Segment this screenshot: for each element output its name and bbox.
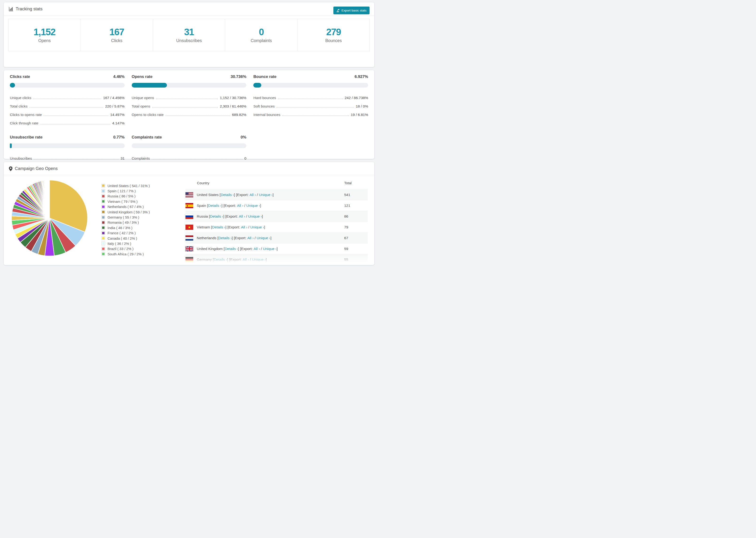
country-name: United States bbox=[197, 193, 219, 197]
export-unique-link[interactable]: Unique › bbox=[248, 214, 262, 219]
export-unique-link[interactable]: Unique › bbox=[263, 247, 277, 251]
stat-value: 1,152 bbox=[33, 27, 55, 37]
rate-detail-value: 167 / 4.456% bbox=[103, 96, 125, 100]
legend-item[interactable]: Italy ( 36 / 2% ) bbox=[101, 241, 179, 246]
country-column-header: Country bbox=[186, 181, 344, 185]
legend-item[interactable]: United States ( 541 / 31% ) bbox=[101, 183, 179, 188]
legend-label: France ( 42 / 2% ) bbox=[108, 231, 136, 235]
tracking-stats-header: Tracking stats bbox=[4, 2, 374, 15]
rate-detail-value: 1,152 / 30.736% bbox=[220, 96, 246, 100]
header-divider bbox=[4, 15, 374, 16]
rate-value: 6.927% bbox=[354, 75, 368, 79]
export-all-link[interactable]: All › bbox=[247, 236, 253, 240]
table-row: United States [Details ›] [Export: All ›… bbox=[186, 189, 368, 200]
rate-detail-value: 0 bbox=[244, 156, 246, 161]
export-all-link[interactable]: All › bbox=[241, 225, 247, 229]
stat-value: 279 bbox=[326, 27, 341, 37]
rate-detail-row: Unique opens 1,152 / 30.736% bbox=[132, 94, 246, 102]
details-link[interactable]: Details › bbox=[218, 236, 232, 240]
rate-detail-value: 31 bbox=[121, 156, 125, 161]
details-link[interactable]: Details › bbox=[212, 225, 225, 229]
details-link[interactable]: Details › bbox=[221, 193, 234, 197]
rate-detail-row: Opens to clicks rate 689.82% bbox=[132, 111, 246, 119]
legend-swatch bbox=[101, 247, 105, 251]
export-unique-link[interactable]: Unique › bbox=[252, 257, 266, 262]
rate-block: Clicks rate 4.46% Unique clicks 167 / 4.… bbox=[10, 75, 125, 128]
legend-item[interactable]: France ( 42 / 2% ) bbox=[101, 231, 179, 236]
legend-item[interactable]: United Kingdom ( 59 / 3% ) bbox=[101, 209, 179, 215]
legend-label: Russia ( 86 / 5% ) bbox=[108, 194, 135, 198]
rate-detail-value: 689.82% bbox=[232, 113, 246, 117]
export-all-link[interactable]: All › bbox=[243, 257, 249, 262]
export-all-link[interactable]: All › bbox=[253, 247, 260, 251]
rate-value: 30.736% bbox=[231, 75, 246, 79]
stat-value: 167 bbox=[109, 27, 124, 37]
legend-item[interactable]: Canada ( 40 / 2% ) bbox=[101, 236, 179, 241]
stat-value: 0 bbox=[259, 27, 264, 37]
country-name: Russia bbox=[197, 214, 208, 219]
rate-detail-label: Opens to clicks rate bbox=[132, 113, 164, 117]
rate-detail-value: 4.147% bbox=[112, 121, 125, 125]
legend-swatch bbox=[101, 252, 105, 256]
rate-title: Clicks rate bbox=[10, 75, 30, 79]
country-total: 79 bbox=[344, 225, 368, 229]
legend-item[interactable]: Spain ( 121 / 7% ) bbox=[101, 188, 179, 193]
rate-title: Complaints rate bbox=[132, 135, 162, 140]
export-unique-link[interactable]: Unique › bbox=[246, 203, 260, 208]
details-link[interactable]: Details › bbox=[210, 214, 223, 219]
dotted-leader bbox=[44, 116, 108, 116]
rate-detail-label: Click through rate bbox=[10, 121, 38, 125]
legend-item[interactable]: Russia ( 86 / 5% ) bbox=[101, 194, 179, 199]
rate-detail-value: 242 / 86.738% bbox=[345, 96, 368, 100]
export-unique-link[interactable]: Unique › bbox=[259, 193, 273, 197]
dotted-leader bbox=[277, 107, 354, 108]
country-total: 121 bbox=[344, 203, 368, 208]
country-total: 67 bbox=[344, 236, 368, 240]
legend-item[interactable]: South Africa ( 29 / 2% ) bbox=[101, 251, 179, 256]
export-all-link[interactable]: All › bbox=[239, 214, 245, 219]
country-name: Germany bbox=[197, 257, 212, 262]
legend-item[interactable]: Vietnam ( 79 / 5% ) bbox=[101, 199, 179, 204]
export-all-link[interactable]: All › bbox=[249, 193, 256, 197]
geo-table-header-row: Country Total bbox=[186, 177, 368, 189]
legend-label: Romania ( 49 / 3% ) bbox=[108, 220, 139, 224]
export-all-link[interactable]: All › bbox=[237, 203, 243, 208]
rates-panel: Clicks rate 4.46% Unique clicks 167 / 4.… bbox=[4, 70, 374, 159]
rate-detail-row: Total clicks 220 / 5.87% bbox=[10, 102, 125, 111]
rate-detail-row: Complaints 0 bbox=[132, 154, 246, 163]
rate-block: Bounce rate 6.927% Hard bounces 242 / 86… bbox=[253, 75, 368, 128]
legend-item[interactable]: Romania ( 49 / 3% ) bbox=[101, 220, 179, 225]
legend-item[interactable]: Netherlands ( 67 / 4% ) bbox=[101, 204, 179, 209]
stat-value: 31 bbox=[184, 27, 194, 37]
geo-pie-chart[interactable] bbox=[11, 179, 88, 258]
stat-label: Clicks bbox=[111, 38, 122, 43]
geo-content: United States ( 541 / 31% ) Spain ( 121 … bbox=[4, 175, 374, 265]
country-total: 541 bbox=[344, 193, 368, 197]
geo-legend: United States ( 541 / 31% ) Spain ( 121 … bbox=[101, 183, 179, 256]
geo-title: Campaign Geo Opens bbox=[15, 166, 58, 171]
legend-swatch bbox=[101, 205, 105, 209]
dotted-leader bbox=[34, 159, 119, 160]
rate-detail-label: Soft bounces bbox=[253, 104, 274, 108]
rate-progress-fill bbox=[10, 83, 15, 87]
export-icon bbox=[337, 9, 340, 12]
export-basic-stats-button[interactable]: Export basic stats bbox=[333, 7, 369, 14]
country-name: Netherlands bbox=[197, 236, 216, 240]
export-unique-link[interactable]: Unique › bbox=[257, 236, 270, 240]
details-link[interactable]: Details › bbox=[208, 203, 221, 208]
details-link[interactable]: Details › bbox=[214, 257, 227, 262]
country-flag-icon bbox=[186, 257, 193, 262]
export-unique-link[interactable]: Unique › bbox=[250, 225, 264, 229]
country-total: 59 bbox=[344, 247, 368, 251]
geo-table-body: United States [Details ›] [Export: All ›… bbox=[186, 189, 368, 265]
legend-label: Netherlands ( 67 / 4% ) bbox=[108, 205, 144, 209]
rate-title: Bounce rate bbox=[253, 75, 276, 79]
details-link[interactable]: Details › bbox=[225, 247, 238, 251]
rate-detail-label: Unique clicks bbox=[10, 96, 31, 100]
legend-item[interactable]: India ( 46 / 3% ) bbox=[101, 225, 179, 230]
rate-detail-row: Clicks to opens rate 14.497% bbox=[10, 111, 125, 119]
legend-item[interactable]: Germany ( 55 / 3% ) bbox=[101, 215, 179, 220]
legend-item[interactable]: Brazil ( 33 / 2% ) bbox=[101, 246, 179, 251]
dotted-leader bbox=[166, 116, 230, 116]
legend-swatch bbox=[101, 226, 105, 230]
